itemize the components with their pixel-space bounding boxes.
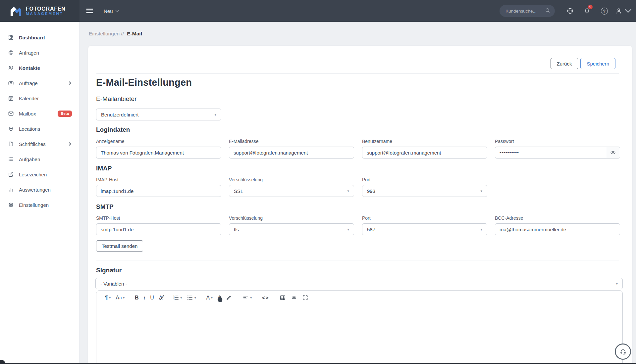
font-size-button[interactable]: Aa▾: [116, 293, 125, 303]
bullet-list-button[interactable]: ▾: [187, 293, 196, 303]
chevron-down-icon: ▾: [347, 227, 349, 232]
highlighter-icon: [226, 295, 232, 301]
headset-icon: [620, 348, 626, 355]
smtp-heading: SMTP: [96, 203, 114, 210]
ordered-list-button[interactable]: 123 ▾: [173, 293, 182, 303]
bold-button[interactable]: B: [135, 293, 139, 303]
bar-chart-icon: [8, 187, 14, 193]
new-dropdown[interactable]: Neu: [104, 0, 119, 22]
app-logo[interactable]: FOTOGRAFEN MANAGEMENT: [0, 0, 80, 22]
text-color-button[interactable]: A▾: [206, 293, 213, 303]
italic-button[interactable]: i: [144, 293, 145, 303]
provider-label: E-Mailanbieter: [96, 95, 137, 103]
divider: [96, 260, 619, 260]
user-icon: [615, 7, 622, 15]
highlighter-button[interactable]: [226, 293, 232, 303]
code-view-button[interactable]: <>: [262, 293, 269, 303]
smtp-port-select[interactable]: 587 ▾: [362, 223, 487, 235]
underline-button[interactable]: U: [150, 293, 154, 303]
calendar-icon: [8, 95, 14, 101]
sidebar-item-lesezeichen[interactable]: Lesezeichen: [0, 167, 79, 182]
benutzername-label: Benutzername: [362, 139, 392, 144]
menu-toggle-button[interactable]: [86, 0, 97, 22]
external-link-icon: [8, 171, 14, 177]
language-globe-button[interactable]: [563, 0, 577, 22]
imap-heading: IMAP: [96, 165, 112, 172]
align-button[interactable]: ▾: [242, 293, 252, 303]
insert-link-button[interactable]: [291, 293, 297, 303]
save-button[interactable]: Speichern: [580, 58, 615, 69]
sidebar-item-einstellungen[interactable]: Einstellungen: [0, 197, 79, 212]
notifications-button[interactable]: 5: [580, 0, 594, 22]
help-button[interactable]: ?: [597, 0, 611, 22]
imap-host-input[interactable]: [96, 185, 221, 197]
sidebar-item-auswertungen[interactable]: Auswertungen: [0, 182, 79, 197]
anzeigename-input[interactable]: [96, 147, 221, 159]
back-button[interactable]: Zurück: [551, 58, 578, 69]
breadcrumb-parent[interactable]: Einstellungen //: [89, 31, 124, 36]
sidebar-item-auftraege[interactable]: Aufträge: [0, 75, 79, 91]
chevron-down-icon: ▾: [480, 227, 482, 232]
customer-search[interactable]: [500, 5, 555, 17]
help-icon: ?: [601, 8, 608, 15]
testmail-button[interactable]: Testmail senden: [96, 240, 143, 252]
sidebar-item-kontakte[interactable]: Kontakte: [0, 60, 79, 75]
editor-toolbar: ¶▾ Aa▾ B i U A 123 ▾ ▾ A▾ A ▾: [96, 291, 622, 305]
fullscreen-button[interactable]: [302, 293, 308, 303]
task-list-icon: [8, 156, 14, 162]
link-icon: [291, 295, 297, 301]
droplet-icon: [217, 296, 223, 302]
user-menu-button[interactable]: [613, 0, 633, 22]
imap-host-label: IMAP-Host: [96, 177, 119, 182]
bcc-input[interactable]: [495, 223, 620, 235]
logo-line1: FOTOGRAFEN: [26, 6, 66, 12]
emailadresse-input[interactable]: [229, 147, 354, 159]
background-color-button[interactable]: A: [218, 293, 221, 303]
page-title: E-Mail-Einstellungen: [96, 77, 192, 88]
signature-editor: ¶▾ Aa▾ B i U A 123 ▾ ▾ A▾ A ▾: [96, 290, 623, 364]
imap-port-select[interactable]: 993 ▾: [362, 185, 487, 197]
beta-badge: Beta: [58, 111, 72, 117]
search-input[interactable]: [505, 8, 545, 14]
divider: [96, 73, 619, 74]
paragraph-format-button[interactable]: ¶▾: [105, 293, 111, 303]
support-chat-button[interactable]: [615, 343, 631, 360]
imap-verschluesselung-label: Verschlüsselung: [229, 177, 263, 182]
eye-icon: [610, 150, 616, 156]
chevron-down-icon: ▾: [480, 189, 482, 193]
breadcrumb: Einstellungen // E-Mail: [89, 31, 142, 37]
search-icon: [545, 8, 551, 15]
smtp-host-input[interactable]: [96, 223, 221, 235]
signatur-heading: Signatur: [96, 267, 122, 274]
sidebar-item-anfragen[interactable]: Anfragen: [0, 45, 79, 60]
svg-text:3: 3: [173, 298, 175, 300]
imap-verschluesselung-select[interactable]: SSL ▾: [229, 185, 354, 197]
sidebar-item-kalender[interactable]: Kalender: [0, 91, 79, 106]
logo-mark-icon: [9, 5, 23, 17]
clear-format-button[interactable]: A: [159, 293, 163, 303]
chevron-right-icon: [68, 142, 72, 146]
bcc-label: BCC-Adresse: [495, 215, 523, 221]
mail-icon: [8, 111, 14, 116]
target-icon: [8, 50, 14, 56]
fullscreen-icon: [302, 295, 308, 301]
smtp-verschluesselung-select[interactable]: tls ▾: [229, 223, 354, 235]
sidebar-item-schriftliches[interactable]: Schriftliches: [0, 136, 79, 152]
signature-editor-body[interactable]: [96, 305, 622, 364]
variables-select[interactable]: - Variablen - ▾: [95, 278, 623, 289]
camera-icon: [8, 80, 14, 86]
insert-table-button[interactable]: [280, 293, 286, 303]
imap-port-label: Port: [362, 177, 371, 182]
sidebar-item-aufgaben[interactable]: Aufgaben: [0, 152, 79, 167]
card-actions: Zurück Speichern: [551, 58, 615, 69]
sidebar: Dashboard Anfragen Kontakte Aufträge Kal…: [0, 22, 80, 364]
sidebar-item-locations[interactable]: Locations: [0, 121, 79, 136]
provider-select[interactable]: Benutzerdefiniert ▾: [96, 109, 221, 120]
benutzername-input[interactable]: [362, 147, 487, 159]
dashboard-grid-icon: [8, 34, 14, 40]
passwort-input[interactable]: [495, 147, 606, 158]
sidebar-item-dashboard[interactable]: Dashboard: [0, 30, 79, 45]
password-visibility-toggle[interactable]: [606, 147, 620, 158]
sidebar-item-mailbox[interactable]: Mailbox Beta: [0, 106, 79, 121]
smtp-host-label: SMTP-Host: [96, 215, 120, 221]
